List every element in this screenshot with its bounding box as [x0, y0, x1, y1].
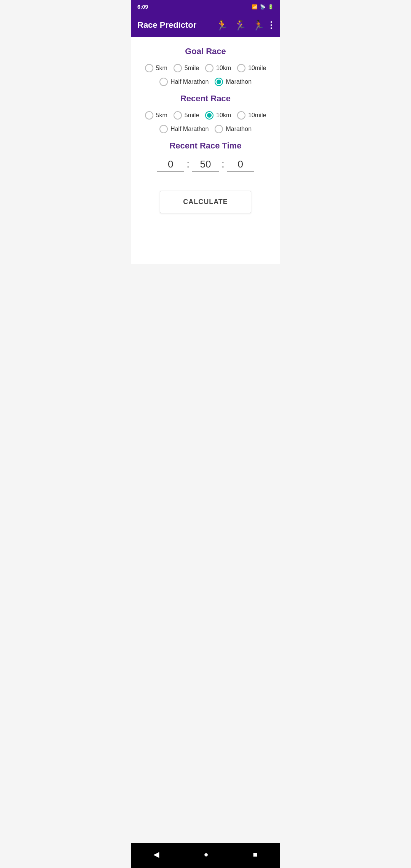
recent-5mile-label: 5mile [185, 112, 199, 119]
goal-10km-radio[interactable] [205, 64, 213, 72]
goal-halfmarathon-option[interactable]: Half Marathon [159, 78, 209, 86]
runner3-icon[interactable]: 🏃🏿 [251, 18, 266, 33]
page-title: Race Predictor [137, 20, 211, 30]
bottom-spacer [139, 225, 272, 255]
recent-5km-label: 5km [156, 112, 167, 119]
goal-5mile-radio[interactable] [174, 64, 182, 72]
seconds-input[interactable] [227, 157, 254, 172]
recent-10mile-option[interactable]: 10mile [237, 111, 266, 120]
recent-race-row2: Half Marathon Marathon [139, 125, 272, 133]
recent-halfmarathon-option[interactable]: Half Marathon [159, 125, 209, 133]
status-time: 6:09 [137, 4, 148, 10]
recent-marathon-radio[interactable] [215, 125, 223, 133]
calculate-button[interactable]: CALCULATE [160, 191, 251, 213]
recent-10mile-label: 10mile [248, 112, 266, 119]
goal-halfmarathon-radio[interactable] [159, 78, 168, 86]
status-bar: 6:09 📶 📡 🔋 [131, 0, 280, 13]
runner2-icon[interactable]: 🏃‍♀️ [233, 18, 248, 33]
recent-5km-radio[interactable] [145, 111, 153, 120]
more-menu-button[interactable] [269, 20, 274, 30]
goal-halfmarathon-label: Half Marathon [170, 78, 209, 85]
goal-marathon-label: Marathon [226, 78, 252, 85]
goal-marathon-radio[interactable] [215, 78, 223, 86]
battery-icon: 🔋 [268, 4, 274, 10]
recent-marathon-option[interactable]: Marathon [215, 125, 252, 133]
recent-5km-option[interactable]: 5km [145, 111, 167, 120]
recent-10km-radio[interactable] [205, 111, 213, 120]
goal-marathon-option[interactable]: Marathon [215, 78, 252, 86]
time-section: Recent Race Time : : [139, 141, 272, 172]
goal-race-row2: Half Marathon Marathon [139, 78, 272, 86]
colon2: : [221, 158, 225, 172]
recent-10km-label: 10km [216, 112, 231, 119]
goal-5km-option[interactable]: 5km [145, 64, 167, 72]
runner1-icon[interactable]: 🏃 [214, 18, 229, 33]
goal-5mile-option[interactable]: 5mile [174, 64, 199, 72]
recent-marathon-label: Marathon [226, 126, 252, 132]
goal-10mile-label: 10mile [248, 65, 266, 72]
goal-race-row1: 5km 5mile 10km 10mile [139, 64, 272, 72]
signal-icon: 📡 [260, 4, 266, 10]
wifi-icon: 📶 [252, 4, 258, 10]
seconds-field [227, 157, 254, 172]
main-content: Goal Race 5km 5mile 10km 10mile Half Mar… [131, 37, 280, 264]
recent-5mile-radio[interactable] [174, 111, 182, 120]
minutes-field [192, 157, 219, 172]
recent-race-row1: 5km 5mile 10km 10mile [139, 111, 272, 120]
minutes-input[interactable] [192, 157, 219, 172]
time-row: : : [139, 157, 272, 172]
recent-5mile-option[interactable]: 5mile [174, 111, 199, 120]
recent-10mile-radio[interactable] [237, 111, 245, 120]
status-icons: 📶 📡 🔋 [252, 4, 274, 10]
goal-5mile-label: 5mile [185, 65, 199, 72]
goal-race-title: Goal Race [139, 46, 272, 56]
app-bar: Race Predictor 🏃 🏃‍♀️ 🏃🏿 [131, 13, 280, 37]
hours-input[interactable] [157, 157, 184, 172]
goal-10km-label: 10km [216, 65, 231, 72]
recent-race-time-title: Recent Race Time [139, 141, 272, 151]
colon1: : [186, 158, 190, 172]
goal-5km-radio[interactable] [145, 64, 153, 72]
recent-halfmarathon-radio[interactable] [159, 125, 168, 133]
goal-10mile-radio[interactable] [237, 64, 245, 72]
goal-10mile-option[interactable]: 10mile [237, 64, 266, 72]
goal-5km-label: 5km [156, 65, 167, 72]
app-bar-icons: 🏃 🏃‍♀️ 🏃🏿 [214, 18, 274, 33]
recent-10km-option[interactable]: 10km [205, 111, 231, 120]
goal-10km-option[interactable]: 10km [205, 64, 231, 72]
recent-race-title: Recent Race [139, 94, 272, 104]
hours-field [157, 157, 184, 172]
recent-halfmarathon-label: Half Marathon [170, 126, 209, 132]
